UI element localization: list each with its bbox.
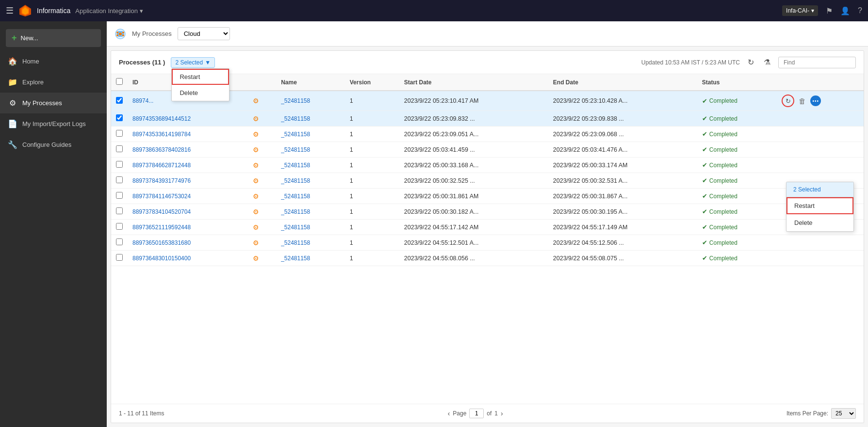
row-name-link[interactable]: _52481158 xyxy=(281,177,310,184)
row-name-link[interactable]: _52481158 xyxy=(281,224,310,231)
row-name-link[interactable]: _52481158 xyxy=(281,146,310,153)
hamburger-icon[interactable]: ☰ xyxy=(6,5,14,16)
row-version: 1 xyxy=(345,173,399,189)
table-row: 889743536894144512⚙_5248115812023/9/22 0… xyxy=(111,111,864,127)
select-all-checkbox[interactable] xyxy=(116,78,123,85)
ipp-select[interactable]: 25 50 100 xyxy=(831,408,856,419)
refresh-button[interactable]: ↻ xyxy=(746,56,756,69)
row-process-icon-cell: ⚙ xyxy=(248,189,276,204)
row-name-link[interactable]: _52481158 xyxy=(281,193,310,200)
items-per-page: Items Per Page: 25 50 100 xyxy=(786,408,856,419)
main-layout: + New... 🏠 Home 📁 Explore ⚙ My Processes… xyxy=(0,21,868,427)
row-checkbox[interactable] xyxy=(116,161,123,168)
row-checkbox[interactable] xyxy=(116,192,123,199)
row-name-link[interactable]: _52481158 xyxy=(281,131,310,138)
row-version: 1 xyxy=(345,158,399,173)
row-version: 1 xyxy=(345,235,399,251)
filter-button[interactable]: ⚗ xyxy=(762,56,772,69)
row-checkbox[interactable] xyxy=(116,114,123,121)
row-id-link[interactable]: 889743536894144512 xyxy=(132,115,191,122)
sidebar-item-configure[interactable]: 🔧 Configure Guides xyxy=(0,134,107,155)
flag-icon[interactable]: ⚑ xyxy=(826,6,833,16)
row-id-link[interactable]: 889736521119592448 xyxy=(132,224,191,231)
cloud-select[interactable]: Cloud On-Premise xyxy=(178,27,230,40)
right-popup-delete[interactable]: Delete xyxy=(786,214,853,231)
row-name-link[interactable]: _52481158 xyxy=(281,162,310,169)
row-id-link[interactable]: 889737841146753024 xyxy=(132,193,191,200)
new-button[interactable]: + New... xyxy=(6,29,101,47)
row-id: 889737843931774976 xyxy=(128,173,248,189)
status-badge: ✔ Completed xyxy=(702,146,737,153)
next-page-button[interactable]: › xyxy=(501,410,503,417)
row-checkbox-cell xyxy=(111,111,128,127)
dropdown-restart[interactable]: Restart xyxy=(172,69,229,85)
row-end-date: 2023/9/22 04:55:12.506 ... xyxy=(548,235,697,251)
row-checkbox[interactable] xyxy=(116,254,123,261)
row-name-link[interactable]: _52481158 xyxy=(281,239,310,246)
row-id-link[interactable]: 889736501653831680 xyxy=(132,239,191,246)
th-status: Status xyxy=(697,74,777,91)
find-input[interactable] xyxy=(778,57,856,68)
row-process-icon-cell: ⚙ xyxy=(248,220,276,235)
page-number-input[interactable] xyxy=(469,409,484,418)
select-all-th xyxy=(111,74,128,91)
row-checkbox-cell xyxy=(111,142,128,158)
org-selector[interactable]: Infa-CAI- ▾ xyxy=(782,5,818,16)
row-end-date: 2023/9/22 04:55:17.149 AM xyxy=(548,220,697,235)
svg-point-7 xyxy=(122,32,124,33)
row-version: 1 xyxy=(345,91,399,111)
prev-page-button[interactable]: ‹ xyxy=(448,410,450,417)
row-name-link[interactable]: _52481158 xyxy=(281,115,310,122)
selected-badge[interactable]: 2 Selected ▼ Restart Delete xyxy=(171,57,215,68)
row-actions xyxy=(777,158,864,173)
row-start-date: 2023/9/22 04:55:17.142 AM xyxy=(399,220,548,235)
status-badge: ✔ Completed xyxy=(702,130,737,138)
row-actions xyxy=(777,111,864,127)
status-badge: ✔ Completed xyxy=(702,208,737,215)
row-start-date: 2023/9/22 04:55:12.501 A... xyxy=(399,235,548,251)
row-checkbox[interactable] xyxy=(116,238,123,245)
row-checkbox-cell xyxy=(111,220,128,235)
sidebar-item-explore[interactable]: 📁 Explore xyxy=(0,72,107,93)
row-status: ✔ Completed xyxy=(697,204,777,220)
row-id-link[interactable]: 889738636378402816 xyxy=(132,146,191,153)
app-module[interactable]: Application Integration ▾ xyxy=(75,7,143,15)
row-id-link[interactable]: 88974... xyxy=(132,97,153,104)
row-checkbox[interactable] xyxy=(116,97,123,104)
row-name-link[interactable]: _52481158 xyxy=(281,208,310,215)
th-icon xyxy=(248,74,276,91)
right-popup-restart[interactable]: Restart xyxy=(786,197,853,214)
table-row: 889736483010150400⚙_5248115812023/9/22 0… xyxy=(111,251,864,266)
row-id-link[interactable]: 889743533614198784 xyxy=(132,131,191,138)
row-name: _52481158 xyxy=(276,220,345,235)
row-id-link[interactable]: 889736483010150400 xyxy=(132,255,191,262)
row-name: _52481158 xyxy=(276,142,345,158)
row-checkbox[interactable] xyxy=(116,145,123,152)
row-id-link[interactable]: 889737846628712448 xyxy=(132,162,191,169)
row-name: _52481158 xyxy=(276,173,345,189)
row-checkbox[interactable] xyxy=(116,176,123,183)
row-version: 1 xyxy=(345,127,399,142)
row-id-link[interactable]: 889737843931774976 xyxy=(132,177,191,184)
restart-button[interactable]: ↻ xyxy=(782,95,794,107)
action-icons: ↻🗑••• xyxy=(782,95,859,107)
help-icon[interactable]: ? xyxy=(858,6,862,15)
more-button[interactable]: ••• xyxy=(810,95,821,106)
th-start-date: Start Date xyxy=(399,74,548,91)
sidebar-item-import-export[interactable]: 📄 My Import/Export Logs xyxy=(0,113,107,134)
row-name-link[interactable]: _52481158 xyxy=(281,255,310,262)
user-icon[interactable]: 👤 xyxy=(840,6,850,16)
row-end-date: 2023/9/22 05:23:09.838 ... xyxy=(548,111,697,127)
status-badge: ✔ Completed xyxy=(702,239,737,246)
page-label: Page xyxy=(453,410,466,417)
row-checkbox[interactable] xyxy=(116,207,123,214)
delete-button[interactable]: 🗑 xyxy=(797,95,807,107)
dropdown-delete[interactable]: Delete xyxy=(172,85,229,101)
sidebar-item-my-processes[interactable]: ⚙ My Processes xyxy=(0,93,107,113)
row-checkbox[interactable] xyxy=(116,223,123,230)
row-checkbox[interactable] xyxy=(116,130,123,137)
row-name-link[interactable]: _52481158 xyxy=(281,97,310,104)
process-gear-icon: ⚙ xyxy=(253,146,259,154)
row-id-link[interactable]: 889737834104520704 xyxy=(132,208,191,215)
sidebar-item-home[interactable]: 🏠 Home xyxy=(0,51,107,72)
